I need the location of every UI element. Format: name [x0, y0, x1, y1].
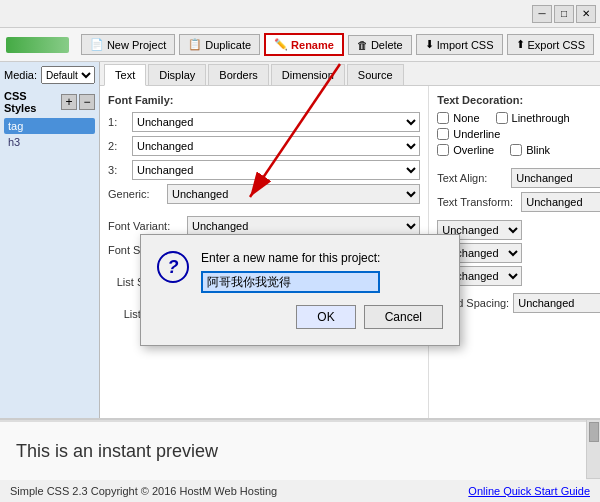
text-decoration-group: None Linethrough Underline [437, 112, 600, 158]
tab-borders[interactable]: Borders [208, 64, 269, 85]
sidebar-item-h3[interactable]: h3 [4, 134, 95, 150]
export-css-button[interactable]: ⬆ Export CSS [507, 34, 594, 55]
tab-dimension[interactable]: Dimension [271, 64, 345, 85]
underline-checkbox[interactable] [437, 128, 449, 140]
minimize-button[interactable]: ─ [532, 5, 552, 23]
delete-icon: 🗑 [357, 39, 368, 51]
dialog-message: Enter a new name for this project: [201, 251, 380, 293]
font-row-2: 2: Unchanged [108, 136, 420, 156]
text-transform-row: Text Transform: Unchanged [437, 192, 600, 212]
font-variant-select[interactable]: Unchanged [187, 216, 420, 236]
dialog-prompt-text: Enter a new name for this project: [201, 251, 380, 265]
remove-style-button[interactable]: − [79, 94, 95, 110]
import-css-button[interactable]: ⬇ Import CSS [416, 34, 503, 55]
status-bar: Simple CSS 2.3 Copyright © 2016 HostM We… [0, 478, 600, 502]
extra-select-2: Unchanged [437, 243, 600, 263]
dialog-ok-button[interactable]: OK [296, 305, 355, 329]
scrollbar-thumb[interactable] [589, 422, 599, 442]
import-icon: ⬇ [425, 38, 434, 51]
dialog-question-icon: ? [157, 251, 189, 283]
tab-text[interactable]: Text [104, 64, 146, 86]
dialog-buttons: OK Cancel [157, 305, 443, 329]
css-styles-header: CSS Styles + − [4, 90, 95, 114]
preview-area: This is an instant preview [0, 420, 586, 480]
checkbox-underline: Underline [437, 128, 500, 140]
duplicate-button[interactable]: 📋 Duplicate [179, 34, 260, 55]
font-num-1: 1: [108, 116, 128, 128]
font-select-2[interactable]: Unchanged [132, 136, 420, 156]
checkbox-blink: Blink [510, 144, 550, 156]
maximize-button[interactable]: □ [554, 5, 574, 23]
font-variant-row: Font Variant: Unchanged [108, 216, 420, 236]
duplicate-icon: 📋 [188, 38, 202, 51]
rename-dialog: ? Enter a new name for this project: OK … [140, 234, 460, 346]
extra-select-3: Unchanged [437, 266, 600, 286]
add-style-button[interactable]: + [61, 94, 77, 110]
delete-button[interactable]: 🗑 Delete [348, 35, 412, 55]
blink-checkbox[interactable] [510, 144, 522, 156]
copyright-text: Simple CSS 2.3 Copyright © 2016 HostM We… [10, 485, 277, 497]
text-decoration-label: Text Decoration: [437, 94, 600, 106]
media-label: Media: [4, 69, 37, 81]
linethrough-checkbox[interactable] [496, 112, 508, 124]
font-num-3: 3: [108, 164, 128, 176]
font-family-label: Font Family: [108, 94, 420, 106]
font-select-1[interactable]: Unchanged [132, 112, 420, 132]
media-select[interactable]: Default [41, 66, 95, 84]
export-icon: ⬆ [516, 38, 525, 51]
dialog-cancel-button[interactable]: Cancel [364, 305, 443, 329]
dialog-content: ? Enter a new name for this project: [157, 251, 443, 293]
quick-start-link[interactable]: Online Quick Start Guide [468, 485, 590, 497]
text-align-select[interactable]: Unchanged [511, 168, 600, 188]
font-row-1: 1: Unchanged [108, 112, 420, 132]
text-align-label: Text Align: [437, 172, 507, 184]
font-row-3: 3: Unchanged [108, 160, 420, 180]
tab-bar: Text Display Borders Dimension Source [100, 62, 600, 86]
preview-section: This is an instant preview [0, 418, 600, 478]
preview-text: This is an instant preview [16, 441, 218, 462]
new-project-button[interactable]: 📄 New Project [81, 34, 175, 55]
dialog-input[interactable] [201, 271, 380, 293]
sidebar-actions: + − [61, 94, 95, 110]
word-spacing-select[interactable]: Unchanged [513, 293, 600, 313]
rename-button[interactable]: ✏️ Rename [264, 33, 344, 56]
extra-select-1: Unchanged [437, 220, 600, 240]
text-align-row: Text Align: Unchanged [437, 168, 600, 188]
generic-row: Generic: Unchanged [108, 184, 420, 204]
close-button[interactable]: ✕ [576, 5, 596, 23]
sidebar: Media: Default CSS Styles + − tag h3 [0, 62, 100, 418]
font-num-2: 2: [108, 140, 128, 152]
progress-bar [6, 37, 69, 53]
checkbox-none: None [437, 112, 479, 124]
css-styles-label: CSS Styles [4, 90, 61, 114]
font-variant-label: Font Variant: [108, 220, 183, 232]
sidebar-item-tag[interactable]: tag [4, 118, 95, 134]
text-transform-label: Text Transform: [437, 196, 517, 208]
tab-source[interactable]: Source [347, 64, 404, 85]
checkbox-linethrough: Linethrough [496, 112, 570, 124]
font-select-3[interactable]: Unchanged [132, 160, 420, 180]
checkbox-overline: Overline [437, 144, 494, 156]
generic-select[interactable]: Unchanged [167, 184, 420, 204]
text-transform-select[interactable]: Unchanged [521, 192, 600, 212]
toolbar: 📄 New Project 📋 Duplicate ✏️ Rename 🗑 De… [0, 28, 600, 62]
preview-scrollbar[interactable] [586, 420, 600, 478]
rename-icon: ✏️ [274, 38, 288, 51]
generic-label: Generic: [108, 188, 163, 200]
new-project-icon: 📄 [90, 38, 104, 51]
overline-checkbox[interactable] [437, 144, 449, 156]
tab-display[interactable]: Display [148, 64, 206, 85]
word-spacing-row: Word Spacing: Unchanged [437, 293, 600, 313]
none-checkbox[interactable] [437, 112, 449, 124]
media-row: Media: Default [4, 66, 95, 84]
title-bar: ─ □ ✕ [0, 0, 600, 28]
